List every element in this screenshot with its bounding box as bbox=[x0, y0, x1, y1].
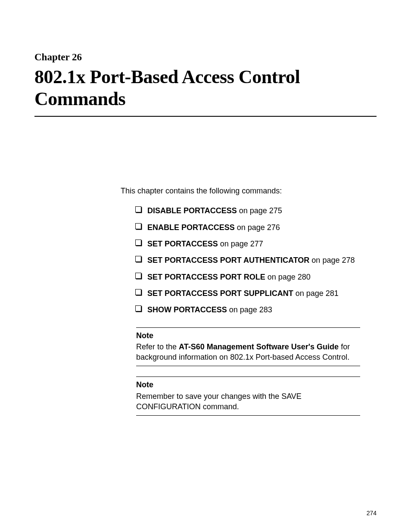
note-text: Remember to save your changes with the S… bbox=[136, 392, 302, 411]
bullet-icon bbox=[135, 289, 141, 295]
document-page: Chapter 26 802.1x Port-Based Access Cont… bbox=[0, 0, 411, 416]
chapter-label: Chapter 26 bbox=[34, 52, 377, 63]
bullet-icon bbox=[135, 206, 141, 212]
body-content: This chapter contains the following comm… bbox=[121, 186, 377, 416]
command-link[interactable]: ENABLE PORTACCESS bbox=[147, 223, 235, 232]
note-body: Remember to save your changes with the S… bbox=[136, 391, 360, 412]
command-link[interactable]: SET PORTACCESS PORT ROLE bbox=[147, 273, 265, 281]
page-ref: on page 276 bbox=[235, 223, 280, 232]
command-list: DISABLE PORTACCESS on page 275 ENABLE PO… bbox=[135, 205, 377, 315]
list-item: SET PORTACCESS on page 277 bbox=[135, 239, 377, 249]
note-block: Note Refer to the AT-S60 Management Soft… bbox=[136, 327, 360, 367]
note-heading: Note bbox=[136, 380, 360, 390]
command-link[interactable]: SHOW PORTACCESS bbox=[147, 305, 227, 314]
note-heading: Note bbox=[136, 330, 360, 341]
list-item: DISABLE PORTACCESS on page 275 bbox=[135, 205, 377, 216]
page-ref: on page 278 bbox=[309, 256, 355, 264]
page-ref: on page 280 bbox=[265, 273, 311, 281]
note-bold: AT-S60 Management Software User's Guide bbox=[179, 342, 339, 351]
bullet-icon bbox=[135, 240, 141, 246]
intro-text: This chapter contains the following comm… bbox=[121, 186, 377, 196]
bullet-icon bbox=[135, 256, 141, 262]
command-link[interactable]: SET PORTACCESS PORT AUTHENTICATOR bbox=[147, 256, 309, 264]
note-body: Refer to the AT-S60 Management Software … bbox=[136, 342, 360, 363]
command-link[interactable]: SET PORTACCESS bbox=[147, 240, 218, 248]
note-text: Refer to the bbox=[136, 342, 179, 351]
command-link[interactable]: SET PORTACCESS PORT SUPPLICANT bbox=[147, 289, 293, 298]
list-item: SHOW PORTACCESS on page 283 bbox=[135, 305, 377, 315]
page-number: 274 bbox=[367, 510, 377, 516]
page-ref: on page 275 bbox=[237, 206, 282, 215]
chapter-title: 802.1x Port-Based Access Control Command… bbox=[34, 66, 377, 117]
bullet-icon bbox=[135, 223, 141, 229]
note-block: Note Remember to save your changes with … bbox=[136, 376, 360, 416]
list-item: SET PORTACCESS PORT SUPPLICANT on page 2… bbox=[135, 288, 377, 299]
list-item: SET PORTACCESS PORT AUTHENTICATOR on pag… bbox=[135, 255, 377, 265]
page-ref: on page 277 bbox=[218, 240, 263, 248]
bullet-icon bbox=[135, 273, 141, 279]
list-item: ENABLE PORTACCESS on page 276 bbox=[135, 222, 377, 233]
bullet-icon bbox=[135, 305, 141, 311]
list-item: SET PORTACCESS PORT ROLE on page 280 bbox=[135, 272, 377, 282]
page-ref: on page 281 bbox=[293, 289, 339, 298]
command-link[interactable]: DISABLE PORTACCESS bbox=[147, 206, 237, 215]
page-ref: on page 283 bbox=[227, 305, 272, 314]
